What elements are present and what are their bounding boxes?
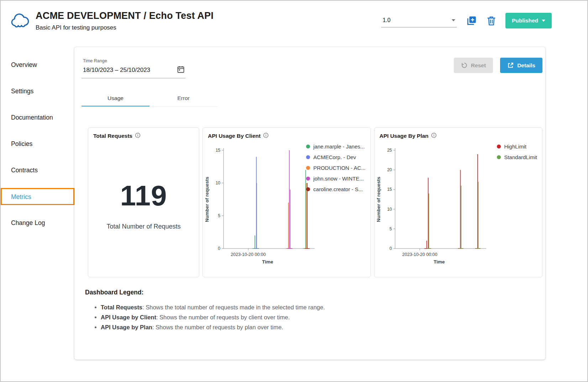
- usage-by-client-card: API Usage By Client 0510152023-10-20 00:…: [203, 127, 371, 277]
- published-status-button[interactable]: Published: [505, 13, 552, 28]
- reset-label: Reset: [471, 62, 486, 69]
- legend-desc: : Shows the number of requests by client…: [156, 314, 290, 320]
- legend-bullet: API Usage by Plan: Shows the number of r…: [101, 324, 542, 331]
- svg-text:10: 10: [387, 207, 392, 212]
- page-title: ACME DEVELOPMENT / Echo Test API: [36, 10, 214, 21]
- open-in-new-icon: [507, 62, 514, 69]
- total-requests-card: Total Requests 119 Total Number of Reque…: [88, 127, 199, 277]
- legend-color-dot: [497, 145, 501, 148]
- details-label: Details: [517, 62, 535, 69]
- info-icon[interactable]: [135, 132, 141, 140]
- legend-desc: : Shows the total number of requests mad…: [142, 304, 325, 310]
- title-block: ACME DEVELOPMENT / Echo Test API Basic A…: [36, 10, 214, 31]
- svg-text:2023-10-20 00:00: 2023-10-20 00:00: [402, 252, 437, 257]
- legend-label: StandardLimit: [504, 154, 537, 160]
- tab-error[interactable]: Error: [149, 90, 217, 106]
- metrics-cards: Total Requests 119 Total Number of Reque…: [88, 127, 542, 277]
- version-select-value: 1.0: [383, 17, 390, 23]
- sidebar-item-settings[interactable]: Settings: [1, 83, 74, 100]
- legend-label: john.snow - WINTE...: [313, 176, 364, 182]
- chevron-down-icon: [542, 20, 545, 22]
- sidebar: Overview Settings Documentation Policies…: [1, 38, 74, 241]
- version-select[interactable]: 1.0: [381, 14, 457, 27]
- legend-label: caroline.creator - S...: [313, 186, 363, 192]
- legend-term: API Usage by Plan: [101, 324, 152, 330]
- chart-legend-item[interactable]: ACMECorp. - Dev: [306, 154, 366, 160]
- time-range-label: Time Range: [83, 58, 185, 63]
- svg-text:10: 10: [216, 180, 221, 185]
- sidebar-item-overview[interactable]: Overview: [1, 56, 74, 73]
- time-range-value: 18/10/2023 – 25/10/2023: [83, 67, 150, 74]
- svg-text:25: 25: [387, 148, 392, 153]
- sidebar-item-change-log[interactable]: Change Log: [1, 214, 74, 231]
- delete-api-button[interactable]: [486, 15, 497, 27]
- legend-label: PRODUCTION - AC...: [313, 165, 366, 171]
- chart-legend-item[interactable]: john.snow - WINTE...: [306, 176, 366, 182]
- total-requests-caption: Total Number of Requests: [88, 223, 199, 230]
- legend-color-dot: [306, 145, 310, 148]
- svg-text:Number of requests: Number of requests: [204, 177, 210, 222]
- header-actions: 1.0 Published: [381, 13, 552, 28]
- svg-text:5: 5: [218, 213, 220, 218]
- legend-label: HighLimit: [504, 143, 526, 150]
- restore-icon: [461, 62, 468, 69]
- legend-color-dot: [306, 177, 310, 180]
- chart-legend-item[interactable]: jane.marple - Janes...: [306, 143, 366, 150]
- legend-label: ACMECorp. - Dev: [313, 154, 356, 160]
- svg-text:5: 5: [389, 226, 392, 231]
- sidebar-item-documentation[interactable]: Documentation: [1, 109, 74, 126]
- header: ACME DEVELOPMENT / Echo Test API Basic A…: [1, 1, 587, 38]
- chart-legend-item[interactable]: StandardLimit: [497, 154, 537, 160]
- calendar-icon[interactable]: [177, 66, 185, 75]
- card-title: Total Requests: [93, 133, 132, 139]
- chevron-down-icon: [452, 19, 455, 21]
- toolbar-actions: Reset Details: [454, 58, 542, 73]
- legend-bullet: API Usage by Client: Shows the number of…: [101, 314, 542, 321]
- legend-color-dot: [306, 166, 310, 170]
- chart-legend: HighLimitStandardLimit: [497, 143, 537, 160]
- dashboard-legend-title: Dashboard Legend:: [85, 289, 542, 296]
- usage-by-plan-card: API Usage By Plan 05101520252023-10-20 0…: [374, 127, 542, 277]
- card-title: API Usage By Client: [208, 133, 261, 139]
- published-label: Published: [512, 17, 538, 24]
- reset-button[interactable]: Reset: [454, 58, 493, 73]
- info-icon[interactable]: [431, 132, 437, 140]
- chart-legend-item[interactable]: caroline.creator - S...: [306, 186, 366, 192]
- sidebar-item-metrics[interactable]: Metrics: [1, 188, 74, 205]
- chart-legend-item[interactable]: PRODUCTION - AC...: [306, 165, 366, 171]
- content: Overview Settings Documentation Policies…: [1, 38, 587, 360]
- svg-text:0: 0: [218, 246, 220, 251]
- sidebar-item-contracts[interactable]: Contracts: [1, 162, 74, 179]
- tab-usage[interactable]: Usage: [82, 90, 149, 106]
- chart-legend: jane.marple - Janes...ACMECorp. - DevPRO…: [306, 143, 366, 192]
- usage-by-plan-chart: 05101520252023-10-20 00:00TimeNumber of …: [375, 145, 542, 270]
- duplicate-api-button[interactable]: [465, 15, 477, 27]
- legend-term: API Usage by Client: [101, 314, 156, 320]
- svg-text:15: 15: [387, 187, 392, 192]
- svg-text:20: 20: [387, 167, 392, 172]
- legend-desc: : Shows the number of requests by plan o…: [152, 324, 283, 330]
- details-button[interactable]: Details: [500, 58, 542, 73]
- metrics-tabs: Usage Error: [82, 90, 217, 107]
- total-requests-value: 119: [88, 179, 199, 212]
- svg-text:2023-10-20 00:00: 2023-10-20 00:00: [231, 252, 266, 257]
- svg-text:Time: Time: [434, 259, 445, 265]
- cloud-logo-icon: [9, 11, 29, 30]
- legend-term: Total Requests: [101, 304, 142, 310]
- svg-text:Number of requests: Number of requests: [376, 177, 381, 222]
- legend-bullet: Total Requests: Shows the total number o…: [101, 304, 542, 311]
- page-subtitle: Basic API for testing purposes: [36, 24, 214, 31]
- legend-label: jane.marple - Janes...: [313, 143, 364, 150]
- legend-color-dot: [497, 155, 501, 159]
- metrics-toolbar: Time Range 18/10/2023 – 25/10/2023: [82, 58, 542, 78]
- svg-text:0: 0: [389, 246, 392, 251]
- legend-color-dot: [306, 155, 310, 159]
- app-window: ACME DEVELOPMENT / Echo Test API Basic A…: [0, 0, 588, 382]
- legend-color-dot: [306, 187, 310, 191]
- time-range-picker[interactable]: Time Range 18/10/2023 – 25/10/2023: [82, 58, 185, 78]
- sidebar-item-policies[interactable]: Policies: [1, 135, 74, 152]
- chart-legend-item[interactable]: HighLimit: [497, 143, 537, 150]
- info-icon[interactable]: [263, 132, 269, 140]
- svg-text:15: 15: [216, 148, 221, 153]
- dashboard-legend: Dashboard Legend: Total Requests: Shows …: [85, 289, 542, 331]
